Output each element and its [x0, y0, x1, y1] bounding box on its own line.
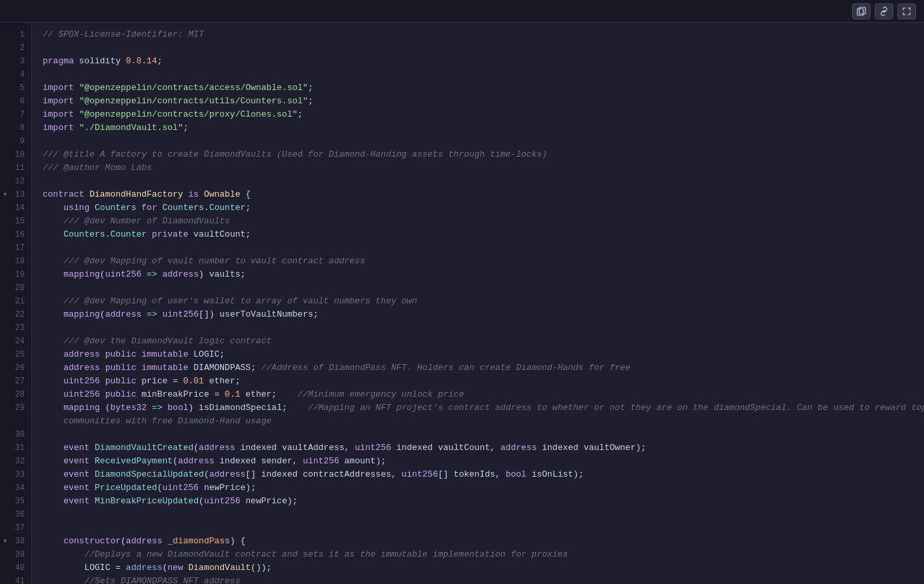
code-line: event DiamondVaultCreated(address indexe… — [43, 441, 924, 455]
code-line: pragma solidity 0.8.14; — [43, 55, 924, 68]
line-number: 37 — [0, 521, 31, 535]
line-number: 24 — [0, 335, 31, 348]
line-number: 33 — [0, 468, 31, 481]
code-line — [43, 281, 924, 295]
line-number: 5 — [0, 81, 31, 95]
line-number: 21 — [0, 295, 31, 308]
code-line: LOGIC = address(new DiamondVault()); — [43, 561, 924, 575]
line-number: 10 — [0, 148, 31, 161]
code-line: uint256 public price = 0.01 ether; — [43, 375, 924, 388]
code-line — [43, 521, 924, 535]
line-number: 36 — [0, 508, 31, 521]
line-number: 34 — [0, 481, 31, 495]
link-button[interactable] — [875, 3, 893, 19]
code-line — [43, 321, 924, 335]
code-line — [43, 135, 924, 148]
line-number: 28 — [0, 388, 31, 401]
code-line — [43, 175, 924, 188]
line-number: 4 — [0, 68, 31, 81]
code-line: constructor(address _diamondPass) { — [43, 535, 924, 548]
line-number: 25 — [0, 348, 31, 361]
code-line: address public immutable LOGIC; — [43, 348, 924, 361]
code-line: mapping(address => uint256[]) userToVaul… — [43, 308, 924, 321]
file-header — [0, 0, 924, 23]
code-line: /// @dev the DiamondVault logic contract — [43, 335, 924, 348]
line-number: 29 — [0, 401, 31, 415]
line-number: 26 — [0, 361, 31, 375]
code-line: import "@openzeppelin/contracts/proxy/Cl… — [43, 108, 924, 121]
copy-button[interactable] — [852, 3, 871, 19]
line-number — [0, 415, 31, 428]
code-line: /// @author Momo Labs — [43, 161, 924, 175]
line-number: 38 — [0, 535, 31, 548]
line-number: 15 — [0, 215, 31, 228]
code-line: uint256 public minBreakPrice = 0.1 ether… — [43, 388, 924, 401]
code-line: import "@openzeppelin/contracts/access/O… — [43, 81, 924, 95]
code-line: import "@openzeppelin/contracts/utils/Co… — [43, 95, 924, 108]
line-number: 9 — [0, 135, 31, 148]
line-number: 13 — [0, 188, 31, 201]
expand-button[interactable] — [897, 3, 916, 19]
code-line: //Deploys a new DiamondVault contract an… — [43, 548, 924, 561]
line-number: 27 — [0, 375, 31, 388]
code-line — [43, 428, 924, 441]
line-number: 8 — [0, 121, 31, 135]
line-number: 7 — [0, 108, 31, 121]
code-line: address public immutable DIAMONDPASS; //… — [43, 361, 924, 375]
line-number: 3 — [0, 55, 31, 68]
header-actions — [852, 3, 916, 19]
line-number: 32 — [0, 455, 31, 468]
line-number: 19 — [0, 268, 31, 281]
line-number: 39 — [0, 548, 31, 561]
code-line: communities with free Diamond-Hand usage — [43, 415, 924, 428]
code-line: /// @dev Number of DiamondVaults — [43, 215, 924, 228]
line-number: 35 — [0, 495, 31, 508]
code-line: mapping (bytes32 => bool) isDiamondSpeci… — [43, 401, 924, 415]
line-number: 6 — [0, 95, 31, 108]
line-number: 30 — [0, 428, 31, 441]
line-number: 17 — [0, 241, 31, 255]
line-number: 14 — [0, 201, 31, 215]
line-number: 41 — [0, 575, 31, 584]
line-number: 40 — [0, 561, 31, 575]
code-line: event DiamondSpecialUpdated(address[] in… — [43, 468, 924, 481]
code-line — [43, 41, 924, 55]
line-number: 20 — [0, 281, 31, 295]
code-line: using Counters for Counters.Counter; — [43, 201, 924, 215]
code-line: mapping(uint256 => address) vaults; — [43, 268, 924, 281]
line-number: 1 — [0, 28, 31, 41]
line-number: 16 — [0, 228, 31, 241]
line-numbers: 1234567891011121314151617181920212223242… — [0, 23, 32, 584]
code-line: contract DiamondHandFactory is Ownable { — [43, 188, 924, 201]
code-line: /// @title A factory to create DiamondVa… — [43, 148, 924, 161]
code-line: /// @dev Mapping of vault number to vaul… — [43, 255, 924, 268]
code-line — [43, 68, 924, 81]
code-container: 1234567891011121314151617181920212223242… — [0, 23, 924, 584]
code-line — [43, 241, 924, 255]
code-line: event PriceUpdated(uint256 newPrice); — [43, 481, 924, 495]
code-line — [43, 508, 924, 521]
code-line: //Sets DIAMONDPASS NFT address — [43, 575, 924, 584]
line-number: 2 — [0, 41, 31, 55]
line-number: 31 — [0, 441, 31, 455]
line-number: 12 — [0, 175, 31, 188]
code-line: // SPDX-License-Identifier: MIT — [43, 28, 924, 41]
code-line: /// @dev Mapping of user's wallet to arr… — [43, 295, 924, 308]
line-number: 22 — [0, 308, 31, 321]
code-line: Counters.Counter private vaultCount; — [43, 228, 924, 241]
code-line: import "./DiamondVault.sol"; — [43, 121, 924, 135]
line-number: 23 — [0, 321, 31, 335]
line-number: 18 — [0, 255, 31, 268]
code-line: event ReceivedPayment(address indexed se… — [43, 455, 924, 468]
code-content: // SPDX-License-Identifier: MIT pragma s… — [32, 23, 924, 584]
code-line: event MinBreakPriceUpdated(uint256 newPr… — [43, 495, 924, 508]
line-number: 11 — [0, 161, 31, 175]
